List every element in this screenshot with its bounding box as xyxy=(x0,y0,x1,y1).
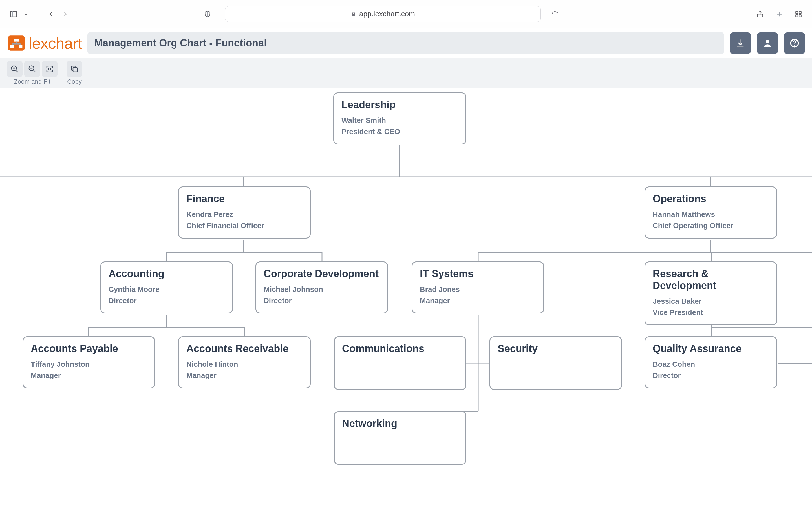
svg-rect-0 xyxy=(10,11,17,17)
back-icon[interactable] xyxy=(44,7,57,21)
node-role: Director xyxy=(109,295,225,306)
reload-icon[interactable] xyxy=(552,11,558,17)
node-person: Nichole Hinton xyxy=(186,358,303,370)
node-ar[interactable]: Accounts Receivable Nichole Hinton Manag… xyxy=(178,336,311,388)
node-role: Vice President xyxy=(653,307,769,318)
node-person: Hannah Matthews xyxy=(653,209,769,220)
node-title: IT Systems xyxy=(420,268,536,280)
copy-group: Copy xyxy=(66,61,82,86)
chart-title-input[interactable]: Management Org Chart - Functional xyxy=(87,32,724,54)
node-accounting[interactable]: Accounting Cynthia Moore Director xyxy=(100,262,233,314)
node-itsystems[interactable]: IT Systems Brad Jones Manager xyxy=(412,262,544,314)
logo-text: lexchart xyxy=(29,34,82,52)
node-title: Networking xyxy=(342,418,458,430)
svg-point-21 xyxy=(766,40,769,43)
zoom-in-button[interactable] xyxy=(7,61,22,77)
node-person: Kendra Perez xyxy=(186,209,303,220)
node-role: Director xyxy=(264,295,380,306)
account-button[interactable] xyxy=(757,33,778,54)
svg-rect-8 xyxy=(799,11,801,13)
logo-icon xyxy=(7,34,26,52)
chart-title-text: Management Org Chart - Functional xyxy=(94,37,267,49)
address-bar[interactable]: app.lexchart.com xyxy=(225,6,541,22)
node-title: Accounting xyxy=(109,268,225,280)
app-logo[interactable]: lexchart xyxy=(7,34,82,52)
new-tab-icon[interactable] xyxy=(772,7,786,21)
svg-point-23 xyxy=(794,45,795,46)
node-security[interactable]: Security xyxy=(490,336,622,390)
svg-rect-9 xyxy=(796,15,798,17)
node-title: Accounts Payable xyxy=(31,343,147,355)
share-icon[interactable] xyxy=(753,7,767,21)
svg-line-25 xyxy=(16,70,18,72)
node-role: Manager xyxy=(186,370,303,381)
node-title: Quality Assurance xyxy=(653,343,769,355)
node-title: Finance xyxy=(186,193,303,205)
node-person: Brad Jones xyxy=(420,284,536,295)
forward-icon[interactable] xyxy=(59,7,72,21)
zoom-fit-group: Zoom and Fit xyxy=(7,61,57,86)
node-networking[interactable]: Networking xyxy=(334,411,466,465)
node-person: Michael Johnson xyxy=(264,284,380,295)
app-toolbar: Zoom and Fit Copy xyxy=(0,58,812,88)
node-communications[interactable]: Communications xyxy=(334,336,466,390)
copy-label: Copy xyxy=(67,78,82,86)
node-corpdev[interactable]: Corporate Development Michael Johnson Di… xyxy=(255,262,388,314)
svg-rect-12 xyxy=(14,39,18,42)
fit-button[interactable] xyxy=(42,61,57,77)
zoom-fit-label: Zoom and Fit xyxy=(14,78,50,86)
svg-rect-7 xyxy=(796,11,798,13)
node-ap[interactable]: Accounts Payable Tiffany Johnston Manage… xyxy=(22,336,155,388)
lock-icon xyxy=(351,11,356,17)
node-qa[interactable]: Quality Assurance Boaz Cohen Director xyxy=(645,336,777,388)
node-title: Communications xyxy=(342,343,458,355)
address-text: app.lexchart.com xyxy=(359,10,415,18)
node-rnd[interactable]: Research & Development Jessica Baker Vic… xyxy=(645,262,777,325)
svg-rect-10 xyxy=(799,15,801,17)
node-title: Accounts Receivable xyxy=(186,343,303,355)
tabs-grid-icon[interactable] xyxy=(792,7,805,21)
node-operations[interactable]: Operations Hannah Matthews Chief Operati… xyxy=(645,186,777,238)
node-finance[interactable]: Finance Kendra Perez Chief Financial Off… xyxy=(178,186,311,238)
node-person: Cynthia Moore xyxy=(109,284,225,295)
node-role: Manager xyxy=(420,295,536,306)
chevron-down-icon[interactable] xyxy=(21,7,31,21)
node-title: Leadership xyxy=(342,99,458,111)
svg-line-29 xyxy=(33,70,36,72)
node-title: Corporate Development xyxy=(264,268,380,280)
org-chart-canvas[interactable]: Leadership Walter Smith President & CEO … xyxy=(0,88,812,504)
node-role: Chief Operating Officer xyxy=(653,220,769,231)
zoom-out-button[interactable] xyxy=(24,61,40,77)
svg-rect-3 xyxy=(352,14,355,16)
node-leadership[interactable]: Leadership Walter Smith President & CEO xyxy=(333,93,466,145)
node-title: Security xyxy=(498,343,614,355)
copy-button[interactable] xyxy=(66,61,82,77)
node-role: President & CEO xyxy=(342,126,458,137)
node-person: Boaz Cohen xyxy=(653,358,769,370)
node-person: Jessica Baker xyxy=(653,295,769,307)
node-title: Research & Development xyxy=(653,268,769,291)
shield-icon[interactable] xyxy=(201,7,214,21)
node-role: Chief Financial Officer xyxy=(186,220,303,231)
svg-rect-13 xyxy=(10,45,14,48)
app-header: lexchart Management Org Chart - Function… xyxy=(0,28,812,58)
browser-chrome: app.lexchart.com xyxy=(0,0,812,28)
download-button[interactable] xyxy=(730,33,751,54)
svg-rect-32 xyxy=(73,68,77,72)
node-role: Manager xyxy=(31,370,147,381)
node-person: Walter Smith xyxy=(342,115,458,126)
help-button[interactable] xyxy=(784,33,805,54)
svg-rect-31 xyxy=(49,68,51,70)
node-role: Director xyxy=(653,370,769,381)
node-title: Operations xyxy=(653,193,769,205)
node-person: Tiffany Johnston xyxy=(31,358,147,370)
sidebar-toggle-icon[interactable] xyxy=(7,7,20,21)
svg-rect-14 xyxy=(18,45,22,48)
